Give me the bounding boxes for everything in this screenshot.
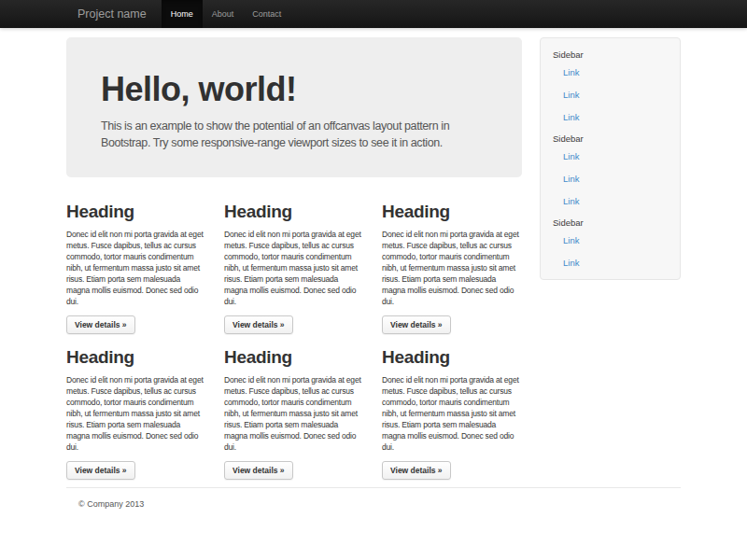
cards-row-1: Heading Donec id elit non mi porta gravi… [66, 202, 522, 334]
navbar-inner: Project name Home About Contact [66, 0, 681, 28]
card-heading: Heading [382, 347, 522, 368]
card-heading: Heading [66, 347, 206, 368]
sidebar-link[interactable]: Link [553, 189, 669, 212]
cards-row-2: Heading Donec id elit non mi porta gravi… [66, 347, 522, 480]
brand-link[interactable]: Project name [66, 0, 158, 28]
hero-description: This is an example to show the potential… [101, 118, 487, 151]
nav-item-about[interactable]: About [203, 0, 244, 28]
card-body: Donec id elit non mi porta gravida at eg… [382, 374, 522, 453]
view-details-button[interactable]: View details » [66, 461, 135, 480]
sidebar-link[interactable]: Link [553, 167, 669, 189]
card-heading: Heading [224, 347, 364, 368]
sidebar: Sidebar Link Link Link Sidebar Link Link… [540, 37, 681, 280]
main-container: Hello, world! This is an example to show… [66, 37, 681, 509]
sidebar-link[interactable]: Link [553, 61, 669, 83]
content-row: Hello, world! This is an example to show… [66, 37, 681, 480]
sidebar-link[interactable]: Link [553, 83, 669, 105]
card-body: Donec id elit non mi porta gravida at eg… [224, 374, 364, 453]
card-heading: Heading [66, 202, 206, 222]
footer-divider [66, 487, 681, 488]
jumbotron: Hello, world! This is an example to show… [66, 37, 522, 177]
navbar: Project name Home About Contact [0, 0, 747, 28]
sidebar-link[interactable]: Link [553, 251, 669, 273]
view-details-button[interactable]: View details » [382, 461, 451, 480]
copyright-text: © Company 2013 [78, 499, 681, 509]
view-details-button[interactable]: View details » [66, 315, 135, 334]
sidebar-link[interactable]: Link [553, 229, 669, 251]
feature-card: Heading Donec id elit non mi porta gravi… [382, 202, 522, 334]
card-body: Donec id elit non mi porta gravida at eg… [382, 229, 522, 307]
sidebar-link[interactable]: Link [553, 105, 669, 128]
sidebar-group-title: Sidebar [553, 217, 669, 228]
feature-card: Heading Donec id elit non mi porta gravi… [66, 202, 206, 334]
hero-title: Hello, world! [101, 70, 487, 108]
card-heading: Heading [382, 202, 522, 222]
navbar-nav: Home About Contact [162, 0, 291, 28]
feature-card: Heading Donec id elit non mi porta gravi… [224, 347, 364, 480]
view-details-button[interactable]: View details » [224, 461, 293, 480]
card-body: Donec id elit non mi porta gravida at eg… [66, 374, 206, 453]
footer: © Company 2013 [66, 487, 681, 509]
page: Project name Home About Contact Hello, w… [0, 0, 747, 560]
sidebar-link[interactable]: Link [553, 145, 669, 167]
card-heading: Heading [224, 202, 364, 222]
view-details-button[interactable]: View details » [224, 315, 293, 334]
view-details-button[interactable]: View details » [382, 315, 451, 334]
main-column: Hello, world! This is an example to show… [66, 37, 522, 480]
sidebar-group-title: Sidebar [553, 133, 669, 144]
nav-item-contact[interactable]: Contact [243, 0, 290, 28]
feature-card: Heading Donec id elit non mi porta gravi… [66, 347, 206, 480]
card-body: Donec id elit non mi porta gravida at eg… [66, 229, 206, 307]
sidebar-group-title: Sidebar [553, 49, 669, 60]
feature-card: Heading Donec id elit non mi porta gravi… [224, 202, 364, 334]
card-body: Donec id elit non mi porta gravida at eg… [224, 229, 364, 307]
feature-card: Heading Donec id elit non mi porta gravi… [382, 347, 522, 480]
nav-item-home[interactable]: Home [162, 0, 203, 28]
